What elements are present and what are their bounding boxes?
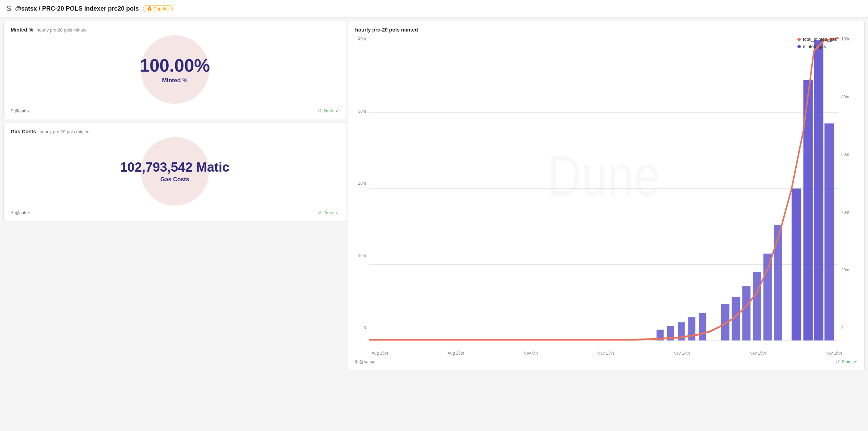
minted-footer-user: $ @satsx: [11, 108, 30, 113]
x-label-aug15: Aug 15th: [372, 351, 388, 356]
gas-timer: 2min: [324, 210, 333, 215]
x-label-nov16: Nov 16th: [825, 351, 842, 356]
chart-dollar-icon: $: [355, 359, 358, 364]
minted-value: 100.00%: [140, 55, 210, 76]
dollar-icon: $: [7, 4, 11, 13]
gas-card-footer: $ @satsx ↺ 2min ✓: [11, 210, 339, 215]
legend-item-minted: minted_gas: [797, 44, 837, 49]
x-label-aug26: Aug 26th: [448, 351, 464, 356]
legend-dot-minted: [797, 45, 801, 48]
minted-card: Minted % hourly prc-20 pols minted 100.0…: [3, 21, 346, 119]
chart-check-icon: ✓: [854, 359, 857, 364]
minted-card-body: 100.00% Minted %: [11, 35, 339, 104]
chart-svg: Dune: [369, 37, 839, 341]
chart-axes-area: 40m 30m 20m 10m 0: [355, 37, 857, 351]
svg-rect-12: [688, 317, 696, 341]
y-left-0: 0: [364, 325, 366, 330]
chart-card-footer: $ @satsx ↺ 2min ✓: [355, 359, 857, 365]
chart-title: hourly prc-20 pols minted: [355, 27, 857, 33]
y-left-30m: 30m: [358, 109, 366, 114]
x-label-nov9: Nov 9th: [523, 351, 538, 356]
y-right-60m: 60m: [841, 152, 849, 157]
main-grid: Minted % hourly prc-20 pols minted 100.0…: [0, 17, 868, 430]
svg-rect-19: [774, 225, 782, 341]
minted-dollar-icon: $: [11, 108, 13, 113]
svg-rect-17: [753, 272, 761, 341]
y-right-20m: 20m: [841, 268, 849, 272]
y-left-10m: 10m: [358, 253, 366, 258]
minted-value-label: Minted %: [162, 77, 188, 84]
page-title: @satsx / PRC-20 POLS Indexer prc20 pols: [15, 5, 139, 12]
chart-refresh-icon[interactable]: ↺: [836, 359, 840, 365]
gas-card-header: Gas Costs hourly prc-20 pols minted: [11, 128, 339, 134]
x-label-nov14: Nov 14th: [673, 351, 690, 356]
gas-footer-right: ↺ 2min ✓: [317, 210, 339, 215]
minted-card-header: Minted % hourly prc-20 pols minted: [11, 27, 339, 33]
chart-timer: 2min: [842, 359, 852, 364]
gas-value-label: Gas Costs: [160, 176, 189, 183]
page-header: $ @satsx / PRC-20 POLS Indexer prc20 pol…: [0, 0, 868, 17]
gas-check-icon: ✓: [335, 210, 339, 215]
chart-footer-right: ↺ 2min ✓: [836, 359, 857, 365]
svg-rect-13: [699, 313, 706, 340]
legend-dot-total: [797, 38, 801, 41]
chart-user: @satsx: [359, 359, 374, 364]
left-column: Minted % hourly prc-20 pols minted 100.0…: [3, 21, 348, 370]
legend-label-minted: minted_gas: [803, 44, 826, 49]
gas-card-body: 102,793,542 Matic Gas Costs: [11, 137, 339, 206]
fire-icon: 🔥: [147, 6, 152, 11]
gas-value: 102,793,542 Matic: [120, 160, 229, 175]
chart-plot-area: Dune: [369, 37, 839, 341]
minted-card-footer: $ @satsx ↺ 2min ✓: [11, 108, 339, 113]
svg-rect-20: [792, 188, 801, 340]
y-right-100m: 100m: [841, 37, 852, 41]
gas-card-title: Gas Costs: [11, 128, 36, 134]
y-right-0: 0: [841, 325, 844, 330]
gas-user: @satsx: [15, 210, 30, 215]
svg-rect-16: [742, 286, 750, 340]
minted-card-title: Minted %: [11, 27, 33, 33]
minted-refresh-icon[interactable]: ↺: [317, 108, 322, 113]
y-right-80m: 80m: [841, 95, 849, 99]
y-right-40m: 40m: [841, 210, 849, 215]
minted-timer: 2min: [324, 108, 333, 113]
x-label-nov13: Nov 13th: [598, 351, 614, 356]
gas-footer-user: $ @satsx: [11, 210, 30, 215]
svg-rect-18: [763, 254, 772, 340]
gas-dollar-icon: $: [11, 210, 13, 215]
legend-label-total: total_minted_gas: [803, 37, 837, 42]
svg-text:Dune: Dune: [547, 144, 660, 208]
chart-y-left: 40m 30m 20m 10m 0: [355, 37, 369, 341]
minted-footer-right: ↺ 2min ✓: [317, 108, 339, 113]
svg-rect-22: [814, 40, 823, 341]
popular-badge: 🔥 Popular: [143, 5, 173, 12]
minted-check-icon: ✓: [335, 108, 339, 113]
y-left-40m: 40m: [358, 37, 366, 41]
gas-card-subtitle: hourly prc-20 pols minted: [39, 129, 89, 134]
x-label-nov15: Nov 15th: [749, 351, 766, 356]
minted-card-subtitle: hourly prc-20 pols minted: [37, 27, 87, 33]
chart-legend: total_minted_gas minted_gas: [797, 37, 837, 49]
chart-footer-user: $ @satsx: [355, 359, 374, 364]
chart-y-right: 100m 80m 60m 40m 20m 0: [839, 37, 857, 341]
y-left-20m: 20m: [358, 181, 366, 186]
gas-card: Gas Costs hourly prc-20 pols minted 102,…: [3, 123, 346, 221]
chart-card: hourly prc-20 pols minted total_minted_g…: [348, 21, 865, 370]
gas-refresh-icon[interactable]: ↺: [317, 210, 322, 215]
popular-label: Popular: [154, 6, 169, 11]
chart-x-axis: Aug 15th Aug 26th Nov 9th Nov 13th Nov 1…: [355, 351, 857, 356]
minted-user: @satsx: [15, 108, 30, 113]
legend-item-total: total_minted_gas: [797, 37, 837, 42]
svg-rect-23: [824, 123, 834, 340]
